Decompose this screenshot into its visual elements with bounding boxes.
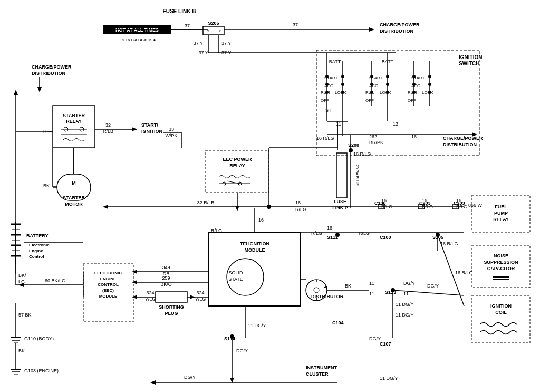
wire-16-c100: 16 [327, 225, 332, 231]
wire-33-label: 33 [169, 127, 174, 132]
wire-16-rlg-coil: 16 R/LG [455, 270, 473, 275]
wire-866-w-label: 866 W [468, 203, 483, 208]
svg-point-19 [341, 91, 344, 94]
ignition-coil-label2: COIL [495, 310, 507, 315]
charge-power-dist-left: CHARGE/POWER [32, 64, 72, 70]
svg-point-33 [428, 75, 431, 78]
wire-349-label: 349 [162, 265, 170, 270]
wire-dgy-bottom: DG/Y [184, 375, 196, 380]
fuse-link-p-label2: LINK P [332, 205, 348, 211]
wire-rlb-label: R/LB [103, 129, 113, 134]
fuse-link-p-label1: FUSE [334, 199, 346, 204]
starter-relay-label: STARTER [63, 113, 85, 118]
wire-37-y-right: 37 Y [221, 41, 231, 46]
fuel-pump-relay-label2: PUMP [494, 211, 508, 216]
shorting-plug-label2: PLUG [165, 311, 178, 316]
wire-37-y-1: 37 Y [199, 50, 208, 55]
svg-point-148 [267, 205, 271, 209]
fuse-link-b-label: FUSE LINK B [163, 8, 196, 14]
wire-11-dgy-tfi-label: 11 DG/Y [248, 323, 266, 328]
s205-y-right: Y [218, 28, 221, 33]
svg-point-18 [341, 83, 344, 86]
dgy-c107-label: DG/Y [369, 336, 381, 341]
svg-point-86 [335, 233, 340, 237]
svg-point-27 [386, 91, 389, 94]
starter-motor-label2: MOTOR [65, 202, 83, 207]
wire-57-bk-label: 57 BK [18, 312, 32, 318]
batt-label-1: BATT [329, 59, 341, 64]
r-label: R [43, 129, 47, 134]
wire-32-rlb-mid-label: 32 R/LB [197, 200, 215, 205]
starter-relay-label2: RELAY [66, 119, 82, 124]
starter-motor-m-label: M [72, 180, 76, 186]
fuse-link-p-20ga: 20 GA BLUE [355, 165, 359, 186]
fuel-pump-relay-label3: RELAY [493, 217, 509, 222]
wire-324-right-label: 324 [196, 290, 204, 295]
num16-c203b: 16 [456, 198, 461, 203]
dgy-s113-coil: DG/Y [427, 283, 439, 289]
num16-c106: 16 [381, 198, 387, 203]
rlg-s112-label: R/LG [311, 231, 322, 236]
noise-sup-cap-label3: CAPACITOR [487, 266, 515, 271]
eec-module-label5: MODULE [99, 294, 118, 299]
hot-at-all-times-label: HOT AT ALL TIMES [115, 27, 159, 33]
svg-point-26 [386, 83, 389, 86]
eec-power-relay-label2: RELAY [229, 163, 245, 168]
wire-16-rlg-sw: 16 R/LG [316, 136, 334, 141]
svg-point-32 [412, 91, 416, 94]
eec-label1: Electronic [29, 243, 50, 247]
fuel-pump-relay-label1: FUEL [495, 204, 507, 209]
solid-state-label1: SOLID [228, 270, 243, 275]
c107-label: C107 [380, 341, 391, 347]
lock-label-sw1: LOCK [335, 90, 346, 95]
wire-ylg-label: Y/LG [145, 297, 156, 302]
noise-sup-cap-label1: NOISE [494, 253, 508, 259]
wire-bk-g103: BK [18, 348, 25, 353]
wire-32-rlb-label: 32 [105, 122, 111, 128]
wire-11-right-s113: 11 [403, 291, 409, 297]
charge-power-dist-right2: CHARGE/POWER [443, 136, 483, 141]
lock-label-sw3: LOCK [422, 90, 433, 95]
s205-y-left: Y [207, 28, 210, 33]
c104-label: C104 [332, 320, 344, 326]
shorting-plug-label: SHORTING [159, 304, 184, 310]
starter-motor-label: STARTER [63, 195, 85, 200]
charge-power-dist-top-right2: DISTRIBUTION [380, 28, 413, 34]
ignition-switch-label2: SWITCH [459, 61, 479, 66]
off-label-sw3: OFF [408, 98, 416, 103]
wire-ylg-right-label: Y/LG [195, 297, 206, 302]
num-11-label: 11 [336, 121, 341, 127]
wire-11-left-s113: 11 [369, 291, 374, 297]
c100-label: C100 [380, 235, 391, 240]
dgy-vert-label1: 11 DG/Y [396, 302, 414, 307]
lock-label-sw2: LOCK [380, 90, 391, 95]
wire-bk-dist-label: BK [345, 283, 351, 289]
svg-point-14 [325, 75, 329, 78]
wire-bko-label: BK/O [160, 282, 172, 287]
charge-power-dist-top-right: CHARGE/POWER [380, 22, 420, 27]
wire-11-dgy-cluster: 11 DG/Y [380, 376, 398, 381]
eec-power-relay-label1: EEC POWER [223, 157, 252, 162]
wire-324-label: 324 [146, 290, 154, 295]
eec-label3: Control [29, 254, 44, 259]
num16-c203a: 16 [422, 198, 427, 203]
svg-point-16 [325, 91, 329, 94]
s205-label: S205 [208, 21, 219, 26]
charge-power-dist-right3: DISTRIBUTION [443, 142, 477, 147]
wiring-diagram: FUSE LINK B HOT AT ALL TIMES ○ 16 GA BLA… [0, 0, 540, 392]
eec-module-label3: CONTROL [98, 282, 119, 287]
tfi-label2: MODULE [245, 247, 265, 253]
eec-label2: Engine [29, 248, 43, 253]
wire-37-top-right-label: 37 [293, 22, 298, 27]
svg-point-31 [412, 83, 416, 86]
wire-16-label: 16 [295, 200, 301, 205]
solid-state-label2: STATE [228, 276, 243, 282]
svg-point-22 [370, 75, 373, 78]
eec-module-label1: ELECTRONIC [94, 271, 122, 275]
wire-259-label: 259 [162, 275, 170, 281]
wire-16-tfi-label: 16 [258, 217, 264, 223]
wire-11-near-s113: 11 [369, 281, 374, 286]
wire-16ga-black-label: ○ 16 GA BLACK ● [122, 37, 156, 42]
battery-label: BATTERY [26, 233, 49, 238]
svg-point-24 [370, 91, 373, 94]
